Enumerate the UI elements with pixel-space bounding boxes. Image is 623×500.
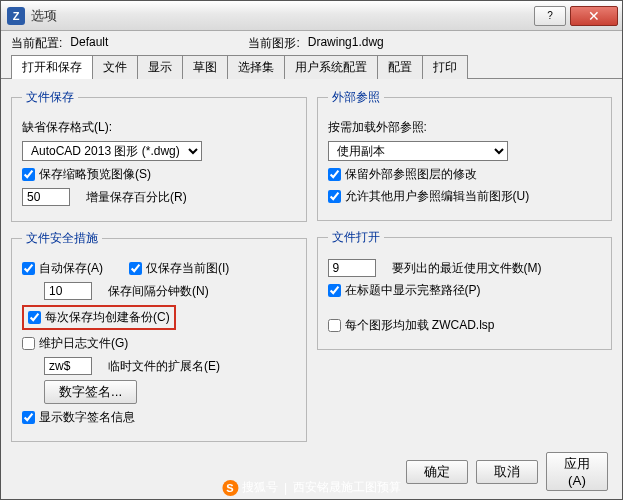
left-column: 文件保存 缺省保存格式(L): AutoCAD 2013 图形 (*.dwg) … [11,89,307,442]
tab-draft[interactable]: 草图 [182,55,228,79]
watermark-text: 西安铭晟施工图预算 [293,479,401,496]
interval-input[interactable] [44,282,92,300]
ok-button[interactable]: 确定 [406,460,468,484]
default-format-label: 缺省保存格式(L): [22,119,112,136]
xref-load-label: 按需加载外部参照: [328,119,427,136]
logfile-label[interactable]: 维护日志文件(G) [22,335,128,352]
apply-button[interactable]: 应用(A) [546,452,608,491]
watermark-prefix: 搜狐号 [242,479,278,496]
show-signature-checkbox[interactable] [22,411,35,424]
sohu-icon: S [222,480,238,496]
window-title: 选项 [31,7,57,25]
show-signature-label[interactable]: 显示数字签名信息 [22,409,135,426]
signature-button[interactable]: 数字签名... [44,380,137,404]
options-dialog: Z 选项 ? ✕ 当前配置: Default 当前图形: Drawing1.dw… [0,0,623,500]
loadlsp-text: 每个图形均加载 ZWCAD.lsp [345,317,495,334]
current-profile-label: 当前配置: [11,35,62,52]
thumbnail-checkbox-label[interactable]: 保存缩略预览图像(S) [22,166,151,183]
fullpath-checkbox[interactable] [328,284,341,297]
retain-layers-checkbox[interactable] [328,168,341,181]
backup-checkbox[interactable] [28,311,41,324]
logfile-text: 维护日志文件(G) [39,335,128,352]
current-profile-value: Default [70,35,108,52]
tab-profile[interactable]: 配置 [377,55,423,79]
help-button[interactable]: ? [534,6,566,26]
allow-edit-text: 允许其他用户参照编辑当前图形(U) [345,188,530,205]
tempext-label: 临时文件的扩展名(E) [108,358,220,375]
group-safety: 文件安全措施 自动保存(A) 仅保存当前图(I) 保存间隔分钟数(N) [11,230,307,442]
current-drawing-value: Drawing1.dwg [308,35,384,52]
legend-xref: 外部参照 [328,89,384,106]
tab-display[interactable]: 显示 [137,55,183,79]
group-xref: 外部参照 按需加载外部参照: 使用副本 保留外部参照图层的修改 [317,89,613,221]
tab-selection[interactable]: 选择集 [227,55,285,79]
tab-user[interactable]: 用户系统配置 [284,55,378,79]
group-file-open: 文件打开 要列出的最近使用文件数(M) 在标题中显示完整路径(P) 每个图形均加… [317,229,613,350]
legend-file-save: 文件保存 [22,89,78,106]
close-button[interactable]: ✕ [570,6,618,26]
tab-print[interactable]: 打印 [422,55,468,79]
autosave-checkbox[interactable] [22,262,35,275]
retain-layers-label[interactable]: 保留外部参照图层的修改 [328,166,477,183]
legend-file-open: 文件打开 [328,229,384,246]
group-file-save: 文件保存 缺省保存格式(L): AutoCAD 2013 图形 (*.dwg) … [11,89,307,222]
window-buttons: ? ✕ [534,6,622,26]
default-format-select[interactable]: AutoCAD 2013 图形 (*.dwg) [22,141,202,161]
retain-layers-text: 保留外部参照图层的修改 [345,166,477,183]
thumbnail-text: 保存缩略预览图像(S) [39,166,151,183]
autosave-label[interactable]: 自动保存(A) [22,260,103,277]
recent-input[interactable] [328,259,376,277]
thumbnail-checkbox[interactable] [22,168,35,181]
xref-load-select[interactable]: 使用副本 [328,141,508,161]
allow-edit-label[interactable]: 允许其他用户参照编辑当前图形(U) [328,188,530,205]
titlebar: Z 选项 ? ✕ [1,1,622,31]
loadlsp-checkbox[interactable] [328,319,341,332]
backup-text: 每次保存均创建备份(C) [45,309,170,326]
logfile-checkbox[interactable] [22,337,35,350]
legend-safety: 文件安全措施 [22,230,102,247]
tab-body: 文件保存 缺省保存格式(L): AutoCAD 2013 图形 (*.dwg) … [1,79,622,452]
show-signature-text: 显示数字签名信息 [39,409,135,426]
only-current-text: 仅保存当前图(I) [146,260,229,277]
only-current-label[interactable]: 仅保存当前图(I) [129,260,229,277]
autosave-text: 自动保存(A) [39,260,103,277]
footer: 确定 取消 应用(A) [406,452,608,491]
loadlsp-label[interactable]: 每个图形均加载 ZWCAD.lsp [328,317,495,334]
interval-label: 保存间隔分钟数(N) [108,283,209,300]
cancel-button[interactable]: 取消 [476,460,538,484]
watermark: S 搜狐号 | 西安铭晟施工图预算 [222,479,401,496]
tabs: 打开和保存 文件 显示 草图 选择集 用户系统配置 配置 打印 [1,54,622,79]
only-current-checkbox[interactable] [129,262,142,275]
increment-label: 增量保存百分比(R) [86,189,187,206]
backup-label[interactable]: 每次保存均创建备份(C) [28,309,170,326]
tab-file[interactable]: 文件 [92,55,138,79]
fullpath-text: 在标题中显示完整路径(P) [345,282,481,299]
right-column: 外部参照 按需加载外部参照: 使用副本 保留外部参照图层的修改 [317,89,613,442]
info-row: 当前配置: Default 当前图形: Drawing1.dwg [1,31,622,54]
fullpath-label[interactable]: 在标题中显示完整路径(P) [328,282,481,299]
tab-open-save[interactable]: 打开和保存 [11,55,93,79]
increment-input[interactable] [22,188,70,206]
current-drawing-label: 当前图形: [248,35,299,52]
tempext-input[interactable] [44,357,92,375]
highlight-box: 每次保存均创建备份(C) [22,305,176,330]
allow-edit-checkbox[interactable] [328,190,341,203]
app-icon: Z [7,7,25,25]
recent-label: 要列出的最近使用文件数(M) [392,260,542,277]
